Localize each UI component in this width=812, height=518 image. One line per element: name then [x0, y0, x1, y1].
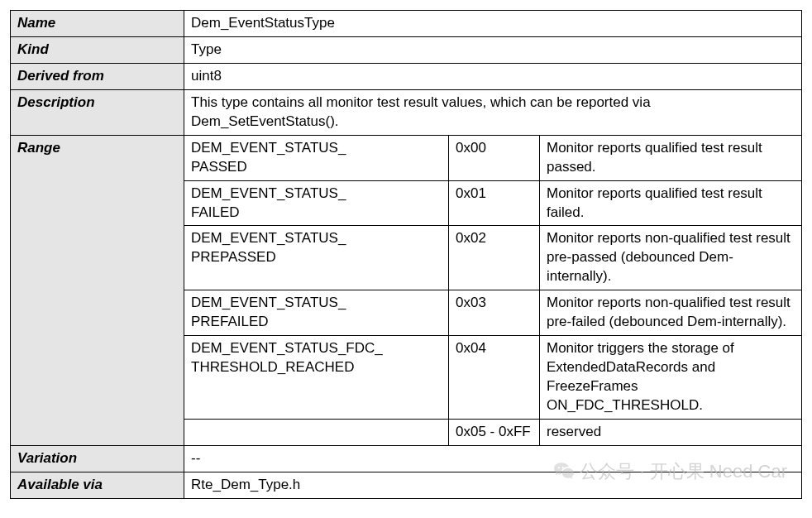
range-val: 0x01: [449, 180, 540, 226]
range-val: 0x00: [449, 135, 540, 180]
label-derived: Derived from: [11, 63, 184, 89]
range-desc: Monitor reports qualified test result pa…: [540, 135, 802, 180]
range-val: 0x05 - 0xFF: [449, 419, 540, 445]
range-desc: Monitor reports qualified test result fa…: [540, 180, 802, 226]
range-enum: DEM_EVENT_STATUS_PASSED: [184, 135, 449, 180]
label-kind: Kind: [11, 36, 184, 63]
range-desc: reserved: [540, 419, 802, 445]
range-enum: DEM_EVENT_STATUS_FDC_THRESHOLD_REACHED: [184, 336, 449, 420]
label-variation: Variation: [11, 445, 184, 472]
row-derived: Derived from uint8: [11, 63, 802, 89]
range-val: 0x03: [449, 290, 540, 336]
range-enum: DEM_EVENT_STATUS_FAILED: [184, 180, 449, 226]
spec-table: Name Dem_EventStatusType Kind Type Deriv…: [10, 10, 802, 499]
value-available: Rte_Dem_Type.h: [184, 472, 802, 498]
row-kind: Kind Type: [11, 36, 802, 63]
range-enum: [184, 419, 449, 445]
label-available: Available via: [11, 472, 184, 498]
range-enum: DEM_EVENT_STATUS_PREFAILED: [184, 290, 449, 336]
range-desc: Monitor triggers the storage of Extended…: [540, 336, 802, 420]
range-enum: DEM_EVENT_STATUS_PREPASSED: [184, 226, 449, 290]
label-description: Description: [11, 89, 184, 135]
row-available: Available via Rte_Dem_Type.h: [11, 472, 802, 498]
range-val: 0x02: [449, 226, 540, 290]
row-range-0: Range DEM_EVENT_STATUS_PASSED 0x00 Monit…: [11, 135, 802, 180]
row-variation: Variation --: [11, 445, 802, 472]
range-val: 0x04: [449, 336, 540, 420]
value-kind: Type: [184, 36, 802, 63]
label-range: Range: [11, 135, 184, 445]
value-name: Dem_EventStatusType: [184, 11, 802, 37]
label-name: Name: [11, 11, 184, 37]
range-desc: Monitor reports non-qualified test resul…: [540, 226, 802, 290]
value-derived: uint8: [184, 63, 802, 89]
row-description: Description This type contains all monit…: [11, 89, 802, 135]
row-name: Name Dem_EventStatusType: [11, 11, 802, 37]
value-description: This type contains all monitor test resu…: [184, 89, 802, 135]
range-desc: Monitor reports non-qualified test resul…: [540, 290, 802, 336]
value-variation: --: [184, 445, 802, 472]
